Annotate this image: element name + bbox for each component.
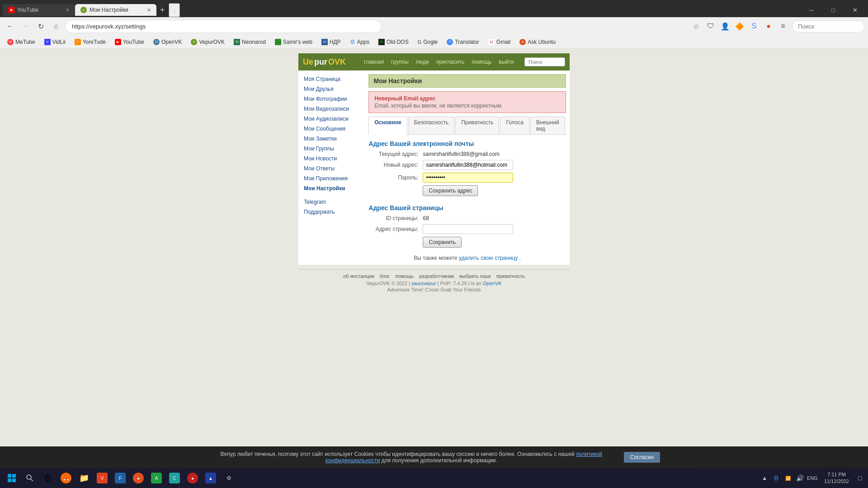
bookmark-ndp[interactable]: Н НДР — [318, 38, 344, 46]
taskbar-icon-settings[interactable]: ⚙ — [40, 470, 56, 486]
taskbar-icon-app2[interactable]: F — [112, 470, 128, 486]
bookmark-apps[interactable]: ⚙ Apps — [346, 38, 373, 46]
tab-voices[interactable]: Голоса — [500, 117, 529, 134]
shield-icon[interactable]: 🛡 — [704, 20, 717, 33]
cookie-accept-button[interactable]: Согласен — [624, 452, 660, 463]
tray-bluetooth-icon[interactable]: B — [772, 474, 781, 483]
bookmark-vidli[interactable]: V VidLii — [41, 38, 69, 46]
taskbar-icon-app7[interactable]: ▲ — [203, 470, 219, 486]
browser-tab-vepurovk[interactable]: V Мои Настройки ✕ — [75, 4, 156, 16]
nav-home[interactable]: главная — [364, 59, 384, 65]
sidebar-my-photos[interactable]: Мои Фотографии — [298, 94, 365, 104]
start-button[interactable] — [4, 470, 20, 486]
nav-groups[interactable]: группы — [391, 59, 409, 65]
tray-arrow-icon[interactable]: ▲ — [760, 474, 769, 483]
sidebar-my-friends[interactable]: Мои Друзья — [298, 84, 365, 94]
new-email-input[interactable] — [423, 160, 513, 170]
bookmark-google[interactable]: G Gogle — [414, 38, 442, 46]
taskbar-icon-file[interactable]: 📁 — [76, 470, 92, 486]
sidebar-telegram[interactable]: Telegram — [298, 197, 365, 207]
refresh-button[interactable]: ↻ — [34, 20, 47, 33]
nav-invite[interactable]: пригласить — [436, 59, 464, 65]
maximize-button[interactable]: □ — [823, 3, 844, 17]
page-address-input[interactable] — [423, 224, 513, 234]
taskbar-icon-app6[interactable]: ● — [184, 470, 201, 486]
sidebar-my-groups[interactable]: Мои Группы — [298, 144, 365, 154]
sidebar-my-apps[interactable]: Мои Приложения — [298, 174, 365, 183]
sidebar-my-notes[interactable]: Мои Заметки — [298, 134, 365, 144]
footer-help[interactable]: помощь — [395, 273, 414, 279]
site-logo[interactable]: UepurOVK — [303, 57, 346, 67]
new-tab-button[interactable]: + — [156, 4, 169, 17]
taskbar-icon-app1[interactable]: V — [94, 470, 110, 486]
tab-close-youtube[interactable]: ✕ — [66, 7, 70, 13]
taskbar-icon-app5[interactable]: C — [166, 470, 183, 486]
tab-close-settings[interactable]: ✕ — [147, 7, 151, 13]
extension-icon4[interactable]: ≡ — [777, 20, 789, 33]
bookmark-openvk[interactable]: O OpenVK — [150, 38, 185, 46]
bookmark-yoretude[interactable]: Y YoreTude — [71, 38, 109, 46]
tab-basic[interactable]: Основное — [368, 117, 407, 135]
bookmark-neonarod[interactable]: N Neonarod — [230, 38, 269, 46]
time-display[interactable]: 7:11 PM 11/12/2022 — [821, 471, 853, 485]
bookmark-olddos[interactable]: D Old-DOS — [375, 38, 412, 46]
browser-search-input[interactable] — [792, 20, 864, 33]
extension-icon1[interactable]: 🔶 — [733, 20, 746, 33]
bookmark-star-button[interactable]: ☆ — [690, 20, 703, 33]
tray-lang[interactable]: ENG — [807, 475, 818, 481]
address-input[interactable] — [65, 20, 382, 33]
taskbar-icon-firefox[interactable]: 🦊 — [58, 470, 74, 486]
footer-saursvepur-link[interactable]: saursvepur — [411, 281, 436, 286]
extension-icon3[interactable]: ● — [762, 20, 775, 33]
nav-logout[interactable]: выйти — [499, 59, 514, 65]
home-button[interactable]: ⌂ — [50, 20, 62, 33]
taskbar-search-button[interactable] — [22, 470, 38, 486]
minimize-button[interactable]: ─ — [801, 3, 822, 17]
footer-developers[interactable]: разработчикам — [419, 273, 454, 279]
tray-volume-icon[interactable]: 🔊 — [795, 474, 804, 483]
nav-people[interactable]: люди — [416, 59, 429, 65]
sidebar-my-settings[interactable]: Мои Настройки — [298, 183, 365, 193]
tray-notification-icon[interactable]: □ — [855, 474, 864, 483]
bookmark-vepurovk[interactable]: V VepurOVK — [187, 38, 228, 46]
other-tabs-button[interactable]: ⌄ — [169, 3, 180, 17]
bookmark-gmail[interactable]: M Gmail — [485, 38, 514, 46]
extension-icon2[interactable]: S — [748, 20, 760, 33]
account-icon[interactable]: 👤 — [719, 20, 731, 33]
sidebar-support[interactable]: Поддержать — [298, 207, 365, 217]
taskbar-icon-app3[interactable]: ● — [130, 470, 146, 486]
save-page-button[interactable]: Сохранить — [423, 237, 462, 248]
sidebar-my-answers[interactable]: Мои Ответы — [298, 164, 365, 174]
save-email-button[interactable]: Сохранить адрес — [423, 185, 478, 196]
sidebar-my-page[interactable]: Моя Страница — [298, 74, 365, 84]
footer-language[interactable]: выбрать язык — [459, 273, 491, 279]
back-button[interactable]: ← — [4, 20, 16, 33]
tab-privacy[interactable]: Приватность — [455, 117, 499, 134]
sidebar-my-news[interactable]: Мои Новости — [298, 154, 365, 164]
bookmark-askubuntu[interactable]: A Ask Ubuntu — [516, 38, 559, 46]
bookmark-samir[interactable]: Samir's web — [271, 38, 316, 46]
tab-appearance[interactable]: Внешний вид — [530, 117, 565, 134]
tray-network-icon[interactable]: 📶 — [783, 474, 793, 483]
bookmark-metube[interactable]: M MeTube — [4, 38, 39, 46]
new-email-row: Новый адрес: — [368, 160, 566, 170]
nav-help[interactable]: помощь — [472, 59, 491, 65]
footer-privacy[interactable]: приватность — [496, 273, 525, 279]
footer-openvk-link[interactable]: OpenVK — [483, 281, 502, 286]
sidebar-my-videos[interactable]: Мои Видеозаписи — [298, 104, 365, 114]
bookmark-youtube[interactable]: ▶ YouTube — [111, 38, 148, 46]
footer-blog[interactable]: блог — [380, 273, 390, 279]
browser-tab-youtube[interactable]: ▶ YouTube ✕ — [3, 4, 75, 16]
taskbar-icon-steam[interactable]: ⚙ — [221, 470, 237, 486]
sidebar-my-messages[interactable]: Мои Сообщения — [298, 124, 365, 134]
password-input[interactable] — [423, 173, 513, 183]
forward-button[interactable]: → — [19, 20, 32, 33]
sidebar-my-audio[interactable]: Мои Аудиозаписи — [298, 114, 365, 124]
site-search-input[interactable] — [524, 57, 565, 66]
delete-page-link[interactable]: удалить свою страницу — [459, 255, 518, 261]
bookmark-translator[interactable]: T Translator — [443, 38, 483, 46]
taskbar-icon-app4[interactable]: A — [148, 470, 165, 486]
footer-about[interactable]: об инстанции — [343, 273, 374, 279]
close-button[interactable]: ✕ — [844, 3, 865, 17]
tab-security[interactable]: Безопасность — [408, 117, 455, 134]
